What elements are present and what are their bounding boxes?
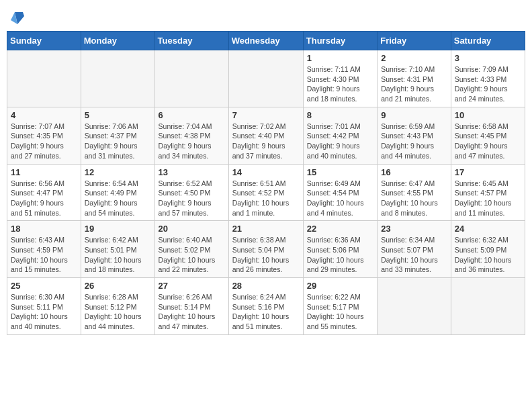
day-number: 2: [381, 53, 447, 63]
day-info: Sunrise: 6:36 AMSunset: 5:06 PMDaylight:…: [307, 235, 373, 275]
day-number: 28: [232, 281, 300, 291]
day-info: Sunrise: 7:01 AMSunset: 4:42 PMDaylight:…: [307, 122, 373, 161]
day-cell: 8Sunrise: 7:01 AMSunset: 4:42 PMDaylight…: [303, 107, 377, 164]
day-info: Sunrise: 6:28 AMSunset: 5:12 PMDaylight:…: [85, 292, 151, 332]
weekday-sunday: Sunday: [7, 32, 81, 50]
day-cell: [451, 278, 525, 335]
day-info: Sunrise: 7:09 AMSunset: 4:33 PMDaylight:…: [455, 64, 521, 104]
day-cell: 22Sunrise: 6:36 AMSunset: 5:06 PMDayligh…: [303, 221, 377, 278]
weekday-header-row: SundayMondayTuesdayWednesdayThursdayFrid…: [7, 32, 525, 50]
day-info: Sunrise: 6:24 AMSunset: 5:16 PMDaylight:…: [232, 292, 300, 332]
day-info: Sunrise: 6:32 AMSunset: 5:09 PMDaylight:…: [455, 235, 521, 275]
day-info: Sunrise: 7:06 AMSunset: 4:37 PMDaylight:…: [85, 122, 151, 161]
week-row-5: 25Sunrise: 6:30 AMSunset: 5:11 PMDayligh…: [7, 278, 525, 335]
day-info: Sunrise: 6:54 AMSunset: 4:49 PMDaylight:…: [85, 179, 151, 218]
day-cell: 1Sunrise: 7:11 AMSunset: 4:30 PMDaylight…: [303, 50, 377, 107]
day-number: 29: [307, 281, 373, 291]
calendar-table: SundayMondayTuesdayWednesdayThursdayFrid…: [7, 31, 525, 335]
day-number: 6: [159, 110, 225, 120]
day-info: Sunrise: 6:59 AMSunset: 4:43 PMDaylight:…: [381, 122, 447, 161]
day-cell: 28Sunrise: 6:24 AMSunset: 5:16 PMDayligh…: [228, 278, 303, 335]
day-cell: 15Sunrise: 6:49 AMSunset: 4:54 PMDayligh…: [303, 164, 377, 221]
day-cell: 24Sunrise: 6:32 AMSunset: 5:09 PMDayligh…: [451, 221, 525, 278]
day-info: Sunrise: 6:22 AMSunset: 5:17 PMDaylight:…: [307, 292, 373, 332]
day-cell: 10Sunrise: 6:58 AMSunset: 4:45 PMDayligh…: [451, 107, 525, 164]
day-cell: [81, 50, 154, 107]
day-info: Sunrise: 7:10 AMSunset: 4:31 PMDaylight:…: [381, 64, 447, 104]
day-info: Sunrise: 6:47 AMSunset: 4:55 PMDaylight:…: [381, 179, 447, 218]
day-cell: 5Sunrise: 7:06 AMSunset: 4:37 PMDaylight…: [81, 107, 154, 164]
day-number: 11: [11, 167, 77, 177]
day-number: 4: [11, 110, 77, 120]
day-info: Sunrise: 6:40 AMSunset: 5:02 PMDaylight:…: [159, 235, 225, 275]
day-info: Sunrise: 7:04 AMSunset: 4:38 PMDaylight:…: [159, 122, 225, 161]
day-number: 10: [455, 110, 521, 120]
day-info: Sunrise: 6:34 AMSunset: 5:07 PMDaylight:…: [381, 235, 447, 275]
day-number: 3: [455, 53, 521, 63]
week-row-2: 4Sunrise: 7:07 AMSunset: 4:35 PMDaylight…: [7, 107, 525, 164]
day-cell: 4Sunrise: 7:07 AMSunset: 4:35 PMDaylight…: [7, 107, 81, 164]
logo: [9, 11, 24, 26]
day-info: Sunrise: 6:49 AMSunset: 4:54 PMDaylight:…: [307, 179, 373, 218]
day-cell: 17Sunrise: 6:45 AMSunset: 4:57 PMDayligh…: [451, 164, 525, 221]
weekday-monday: Monday: [81, 32, 154, 50]
day-number: 16: [381, 167, 447, 177]
day-cell: [228, 50, 303, 107]
day-number: 1: [307, 53, 373, 63]
day-number: 12: [85, 167, 151, 177]
day-cell: 19Sunrise: 6:42 AMSunset: 5:01 PMDayligh…: [81, 221, 154, 278]
day-number: 21: [232, 224, 300, 234]
day-cell: 27Sunrise: 6:26 AMSunset: 5:14 PMDayligh…: [154, 278, 228, 335]
day-info: Sunrise: 6:26 AMSunset: 5:14 PMDaylight:…: [159, 292, 225, 332]
day-number: 25: [11, 281, 77, 291]
weekday-saturday: Saturday: [451, 32, 525, 50]
day-cell: 16Sunrise: 6:47 AMSunset: 4:55 PMDayligh…: [378, 164, 451, 221]
day-info: Sunrise: 6:43 AMSunset: 4:59 PMDaylight:…: [11, 235, 77, 275]
day-cell: 29Sunrise: 6:22 AMSunset: 5:17 PMDayligh…: [303, 278, 377, 335]
day-number: 24: [455, 224, 521, 234]
day-cell: 11Sunrise: 6:56 AMSunset: 4:47 PMDayligh…: [7, 164, 81, 221]
day-number: 7: [232, 110, 300, 120]
day-cell: [378, 278, 451, 335]
day-cell: 7Sunrise: 7:02 AMSunset: 4:40 PMDaylight…: [228, 107, 303, 164]
header: [7, 7, 525, 26]
day-cell: 25Sunrise: 6:30 AMSunset: 5:11 PMDayligh…: [7, 278, 81, 335]
day-info: Sunrise: 7:11 AMSunset: 4:30 PMDaylight:…: [307, 64, 373, 104]
day-cell: 14Sunrise: 6:51 AMSunset: 4:52 PMDayligh…: [228, 164, 303, 221]
day-cell: 13Sunrise: 6:52 AMSunset: 4:50 PMDayligh…: [154, 164, 228, 221]
day-number: 17: [455, 167, 521, 177]
day-number: 23: [381, 224, 447, 234]
day-number: 9: [381, 110, 447, 120]
weekday-thursday: Thursday: [303, 32, 377, 50]
day-cell: 23Sunrise: 6:34 AMSunset: 5:07 PMDayligh…: [378, 221, 451, 278]
day-cell: 3Sunrise: 7:09 AMSunset: 4:33 PMDaylight…: [451, 50, 525, 107]
logo-icon: [11, 11, 24, 26]
day-cell: 2Sunrise: 7:10 AMSunset: 4:31 PMDaylight…: [378, 50, 451, 107]
day-number: 22: [307, 224, 373, 234]
day-info: Sunrise: 6:56 AMSunset: 4:47 PMDaylight:…: [11, 179, 77, 218]
day-cell: [154, 50, 228, 107]
day-cell: 12Sunrise: 6:54 AMSunset: 4:49 PMDayligh…: [81, 164, 154, 221]
day-info: Sunrise: 6:30 AMSunset: 5:11 PMDaylight:…: [11, 292, 77, 332]
day-cell: [7, 50, 81, 107]
day-number: 20: [159, 224, 225, 234]
calendar-body: 1Sunrise: 7:11 AMSunset: 4:30 PMDaylight…: [7, 50, 525, 335]
day-number: 18: [11, 224, 77, 234]
day-number: 15: [307, 167, 373, 177]
weekday-friday: Friday: [378, 32, 451, 50]
day-info: Sunrise: 7:02 AMSunset: 4:40 PMDaylight:…: [232, 122, 300, 161]
day-cell: 26Sunrise: 6:28 AMSunset: 5:12 PMDayligh…: [81, 278, 154, 335]
weekday-wednesday: Wednesday: [228, 32, 303, 50]
day-cell: 6Sunrise: 7:04 AMSunset: 4:38 PMDaylight…: [154, 107, 228, 164]
day-info: Sunrise: 6:38 AMSunset: 5:04 PMDaylight:…: [232, 235, 300, 275]
day-number: 5: [85, 110, 151, 120]
day-number: 26: [85, 281, 151, 291]
day-number: 27: [159, 281, 225, 291]
day-info: Sunrise: 6:42 AMSunset: 5:01 PMDaylight:…: [85, 235, 151, 275]
day-number: 13: [159, 167, 225, 177]
day-info: Sunrise: 6:45 AMSunset: 4:57 PMDaylight:…: [455, 179, 521, 218]
day-info: Sunrise: 6:51 AMSunset: 4:52 PMDaylight:…: [232, 179, 300, 218]
day-info: Sunrise: 6:52 AMSunset: 4:50 PMDaylight:…: [159, 179, 225, 218]
week-row-4: 18Sunrise: 6:43 AMSunset: 4:59 PMDayligh…: [7, 221, 525, 278]
weekday-tuesday: Tuesday: [154, 32, 228, 50]
